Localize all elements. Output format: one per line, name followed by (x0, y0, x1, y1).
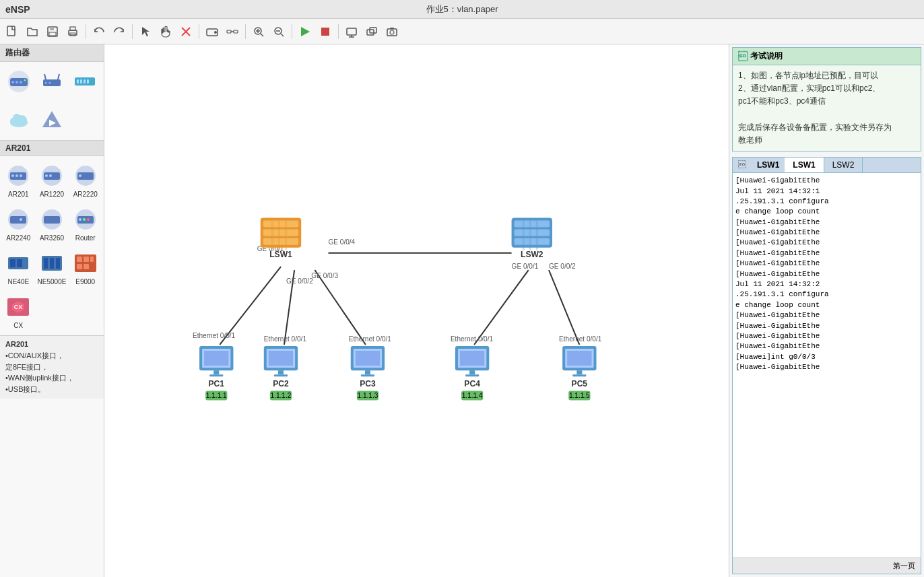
svg-rect-79 (44, 258, 48, 269)
sidebar-item-ar1220[interactable]: AR1220 (36, 159, 69, 201)
sidebar-item-e9000[interactable]: E9000 (69, 246, 101, 289)
svg-rect-0 (7, 26, 15, 36)
log-line-18: [Huawei]int g0/0/3 (735, 352, 918, 362)
sidebar-item-switch[interactable] (69, 65, 101, 98)
svg-rect-114 (278, 220, 280, 250)
svg-point-73 (83, 218, 86, 221)
cloud-icon (5, 107, 32, 134)
svg-line-38 (44, 74, 46, 79)
sep3 (199, 24, 199, 39)
sidebar-item-router1[interactable] (3, 65, 34, 98)
ar201-icon (5, 162, 32, 189)
terminal-title-bar:  LSW1 LSW1 LSW2 (733, 158, 921, 173)
terminal-panel:  LSW1 LSW1 LSW2 [Huawei-GigabitEthe Jul… (732, 157, 921, 574)
terminal-content[interactable]: [Huawei-GigabitEthe Jul 11 2021 14:32:1 … (733, 173, 921, 557)
capture-button[interactable] (383, 22, 401, 41)
log-line-11: Jul 11 2021 14:32:2 (735, 279, 918, 290)
log-line-19: [Huawei-GigabitEthe (735, 362, 918, 372)
new-button[interactable] (3, 22, 22, 41)
btn8[interactable] (362, 22, 381, 41)
open-button[interactable] (23, 22, 42, 41)
svg-rect-76 (10, 259, 15, 267)
ar2220-label: AR2220 (73, 191, 98, 198)
btn7[interactable] (342, 22, 361, 41)
svg-text:GE 0/0/3: GE 0/0/3 (311, 272, 338, 279)
svg-point-40 (44, 82, 46, 84)
sep1 (86, 24, 86, 39)
sidebar-item-more[interactable]: ▶ (36, 104, 67, 137)
ar2220-icon (72, 162, 99, 189)
ne5000e-label: NE5000E (38, 278, 67, 285)
svg-text:GE 0/0/4: GE 0/0/4 (329, 238, 356, 246)
e9000-label: E9000 (75, 278, 95, 285)
sep2 (132, 24, 133, 39)
svg-rect-129 (209, 374, 223, 376)
ar1220-icon (38, 162, 65, 189)
zoom-out-button[interactable] (269, 22, 288, 41)
sidebar-item-ne5000e[interactable]: NE5000E (36, 246, 69, 289)
zoom-in-button[interactable] (249, 22, 268, 41)
tab-lsw2[interactable]: LSW2 (824, 158, 863, 172)
log-line-1: [Huawei-GigabitEthe (735, 176, 918, 186)
svg-line-19 (281, 34, 284, 36)
svg-rect-152 (469, 370, 475, 374)
svg-text:CX: CX (14, 304, 23, 310)
svg-rect-22 (321, 28, 329, 36)
svg-text:Ethernet 0/0/1: Ethernet 0/0/1 (559, 335, 602, 343)
select-button[interactable] (136, 22, 155, 41)
stop-all-button[interactable] (316, 22, 335, 41)
canvas-area[interactable]: GE 0/0/1 GE 0/0/2 GE 0/0/3 GE 0/0/4 GE 0… (104, 44, 729, 577)
svg-rect-26 (367, 30, 374, 35)
add-link-button[interactable] (223, 22, 242, 41)
app-name: eNSP (5, 4, 30, 15)
ar1220-label: AR1220 (40, 191, 64, 198)
log-line-6: [Huawei-GigabitEthe (735, 228, 918, 238)
cx-icon: CX (5, 294, 32, 320)
svg-point-41 (48, 82, 51, 84)
svg-point-36 (24, 79, 26, 81)
undo-button[interactable] (90, 22, 108, 41)
svg-rect-145 (361, 374, 374, 376)
sidebar-item-router[interactable]: Router (69, 203, 101, 245)
svg-point-10 (214, 31, 217, 34)
svg-rect-11 (227, 30, 231, 33)
svg-rect-136 (278, 370, 284, 374)
right-panel:  考试说明 1、如图，各节点ip地址已预配，目可以 2、通过vlan配置，实现… (729, 44, 924, 577)
add-device-button[interactable] (203, 22, 222, 41)
ar201-label: AR201 (8, 191, 29, 198)
sidebar-item-ar3260[interactable]: AR3260 (36, 203, 69, 245)
svg-line-15 (261, 34, 263, 36)
svg-text:PC1: PC1 (209, 379, 225, 388)
start-all-button[interactable] (296, 22, 315, 41)
svg-rect-137 (274, 374, 288, 376)
svg-rect-69 (44, 216, 60, 224)
exam-line-4: 完成后保存各设备备配置，实验文件另存为 (738, 121, 915, 134)
svg-rect-2 (50, 27, 54, 30)
save-button[interactable] (43, 22, 62, 41)
print-button[interactable] (63, 22, 82, 41)
device-grid-1 (0, 62, 104, 101)
tab-lsw1[interactable]: LSW1 (785, 158, 824, 172)
sidebar-item-ar201[interactable]: AR201 (3, 159, 34, 201)
sidebar-item-ne40e[interactable]: NE40E (3, 246, 34, 289)
sidebar-item-ar2220[interactable]: AR2220 (69, 159, 101, 201)
main-layout: 路由器 (0, 44, 924, 577)
svg-rect-45 (84, 79, 86, 83)
redo-button[interactable] (110, 22, 129, 41)
svg-text:1.1.1.2: 1.1.1.2 (271, 392, 292, 399)
sidebar-item-ar2240[interactable]: AR2240 (3, 203, 34, 245)
delete-button[interactable] (176, 22, 195, 41)
svg-rect-43 (77, 79, 79, 83)
sidebar-item-cx[interactable]: CX CX (3, 290, 34, 333)
svg-point-33 (11, 81, 14, 83)
svg-rect-113 (271, 220, 273, 250)
log-line-15: [Huawei-GigabitEthe (735, 321, 918, 331)
svg-text:LSW2: LSW2 (521, 250, 543, 259)
log-line-9: [Huawei-GigabitEthe (735, 259, 918, 269)
title-bar: eNSP 作业5：vlan.paper (0, 0, 924, 19)
terminal-footer: 第一页 (733, 557, 921, 574)
hand-button[interactable] (156, 22, 175, 41)
sidebar-item-cloud[interactable] (3, 104, 34, 137)
svg-rect-161 (572, 374, 586, 376)
sidebar-item-router2[interactable] (36, 65, 67, 98)
